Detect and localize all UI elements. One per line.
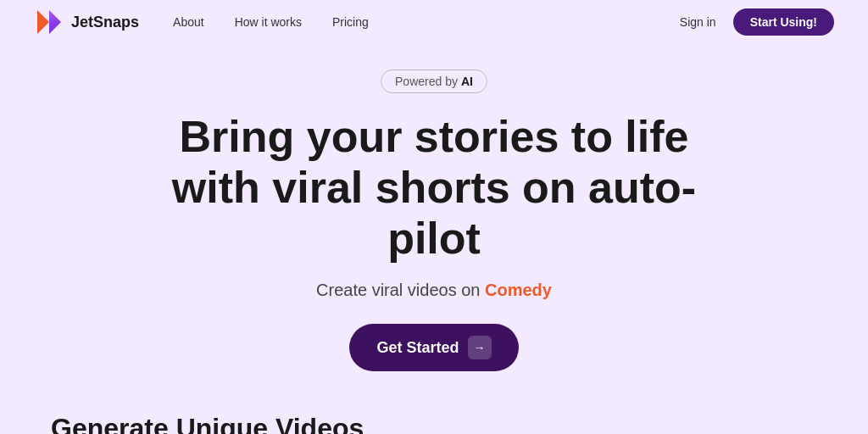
brand-name: JetSnaps <box>71 14 139 31</box>
nav-about[interactable]: About <box>173 15 204 29</box>
start-using-button[interactable]: Start Using! <box>733 8 834 36</box>
powered-badge: Powered by AI <box>381 70 487 93</box>
hero-title: Bring your stories to life with viral sh… <box>137 112 731 264</box>
hero-title-line2: with viral shorts on auto-pilot <box>172 163 696 263</box>
subtitle-prefix: Create viral videos on <box>316 281 485 299</box>
sign-in-link[interactable]: Sign in <box>680 15 716 29</box>
logo[interactable]: JetSnaps <box>34 7 139 37</box>
powered-highlight: AI <box>461 75 473 88</box>
generate-line1: Generate Unique Videos <box>51 412 817 434</box>
nav-right: Sign in Start Using! <box>680 8 834 36</box>
powered-prefix: Powered by <box>395 75 458 88</box>
svg-marker-0 <box>37 10 49 34</box>
svg-marker-1 <box>49 10 61 34</box>
hero-subtitle: Create viral videos on Comedy <box>316 281 552 300</box>
arrow-icon: → <box>468 336 492 359</box>
hero-section: Powered by AI Bring your stories to life… <box>0 44 868 388</box>
navbar: JetSnaps About How it works Pricing Sign… <box>0 0 868 44</box>
get-started-button[interactable]: Get Started → <box>349 324 518 371</box>
nav-how-it-works[interactable]: How it works <box>235 15 302 29</box>
subtitle-highlight: Comedy <box>485 281 552 299</box>
logo-icon <box>34 7 64 37</box>
hero-title-line1: Bring your stories to life <box>180 112 689 161</box>
nav-pricing[interactable]: Pricing <box>332 15 369 29</box>
get-started-label: Get Started <box>376 339 459 357</box>
generate-section: Generate Unique Videos Every Time <box>0 388 868 434</box>
nav-links: About How it works Pricing <box>173 15 680 29</box>
generate-title: Generate Unique Videos Every Time <box>51 412 817 434</box>
